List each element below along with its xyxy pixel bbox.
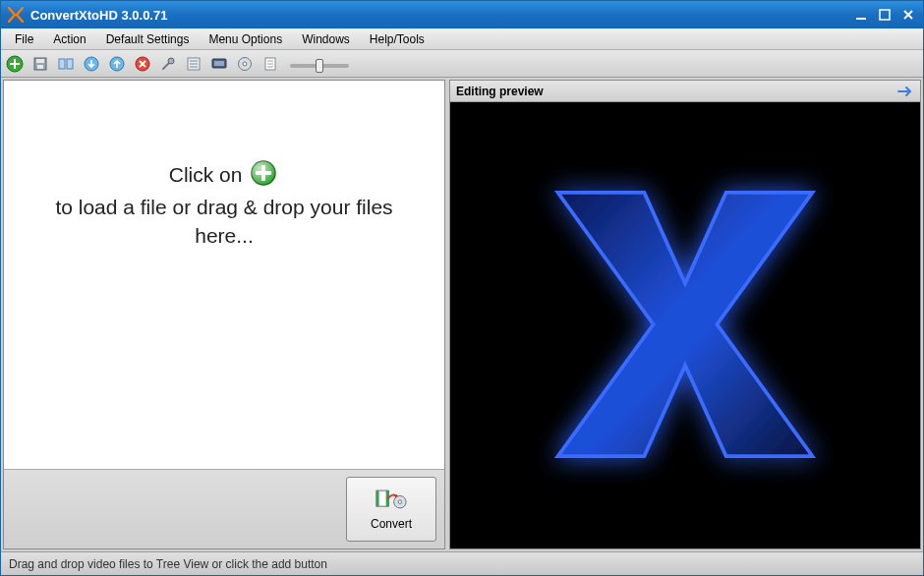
svg-point-13 <box>168 58 174 64</box>
save-icon[interactable] <box>30 54 50 74</box>
add-icon[interactable] <box>5 54 25 74</box>
svg-rect-31 <box>376 490 379 506</box>
svg-point-34 <box>398 500 402 504</box>
add-inline-icon <box>250 159 277 194</box>
svg-point-21 <box>243 62 247 66</box>
preview-mode-icon[interactable] <box>209 54 229 74</box>
convert-label: Convert <box>371 517 412 531</box>
convert-icon <box>375 488 407 511</box>
settings-icon[interactable] <box>158 54 178 74</box>
title-menu-icon[interactable] <box>56 54 76 74</box>
svg-rect-19 <box>214 61 224 66</box>
log-icon[interactable] <box>260 54 280 74</box>
preview-next-icon[interactable] <box>896 85 914 98</box>
maximize-button[interactable] <box>874 6 895 24</box>
preview-header: Editing preview <box>450 81 920 102</box>
app-window: ConvertXtoHD 3.0.0.71 File Action Defaul… <box>0 0 924 576</box>
menubar: File Action Default Settings Menu Option… <box>1 29 923 50</box>
toolbar <box>1 50 923 78</box>
svg-rect-9 <box>67 59 73 69</box>
menu-default-settings[interactable]: Default Settings <box>96 30 200 48</box>
menu-help-tools[interactable]: Help/Tools <box>360 30 434 48</box>
left-pane: Click on <box>3 80 445 549</box>
up-icon[interactable] <box>107 54 127 74</box>
preview-title: Editing preview <box>456 85 544 98</box>
preview-body <box>450 102 920 548</box>
convert-area: Convert <box>4 470 444 548</box>
menu-menu-options[interactable]: Menu Options <box>199 30 292 48</box>
down-icon[interactable] <box>82 54 101 74</box>
drop-hint-line2: to load a file or drag & drop your files… <box>55 196 392 246</box>
svg-rect-0 <box>856 18 866 20</box>
statusbar: Drag and drop video files to Tree View o… <box>1 551 923 575</box>
svg-rect-4 <box>10 63 20 65</box>
zoom-slider[interactable] <box>290 57 349 71</box>
menu-file[interactable]: File <box>5 30 43 48</box>
file-drop-zone[interactable]: Click on <box>4 81 444 470</box>
svg-rect-6 <box>36 59 44 63</box>
burn-icon[interactable] <box>235 54 255 74</box>
svg-rect-8 <box>59 59 65 69</box>
svg-rect-1 <box>880 10 890 20</box>
menu-action[interactable]: Action <box>43 30 95 48</box>
convert-button[interactable]: Convert <box>346 477 436 542</box>
svg-rect-29 <box>256 171 271 175</box>
minimize-button[interactable] <box>850 6 872 24</box>
cancel-icon[interactable] <box>133 54 152 74</box>
status-text: Drag and drop video files to Tree View o… <box>9 557 327 571</box>
preview-logo-x-icon <box>503 143 867 509</box>
list-icon[interactable] <box>184 54 203 74</box>
menu-windows[interactable]: Windows <box>292 30 360 48</box>
titlebar: ConvertXtoHD 3.0.0.71 <box>1 1 923 29</box>
close-button[interactable] <box>897 6 919 24</box>
window-title: ConvertXtoHD 3.0.0.71 <box>30 8 167 23</box>
content-area: Click on <box>1 78 923 551</box>
drop-hint: Click on <box>28 159 421 250</box>
drop-hint-pre: Click on <box>169 163 249 186</box>
svg-rect-7 <box>37 65 43 69</box>
right-pane: Editing preview <box>449 80 921 549</box>
app-icon <box>7 6 25 24</box>
